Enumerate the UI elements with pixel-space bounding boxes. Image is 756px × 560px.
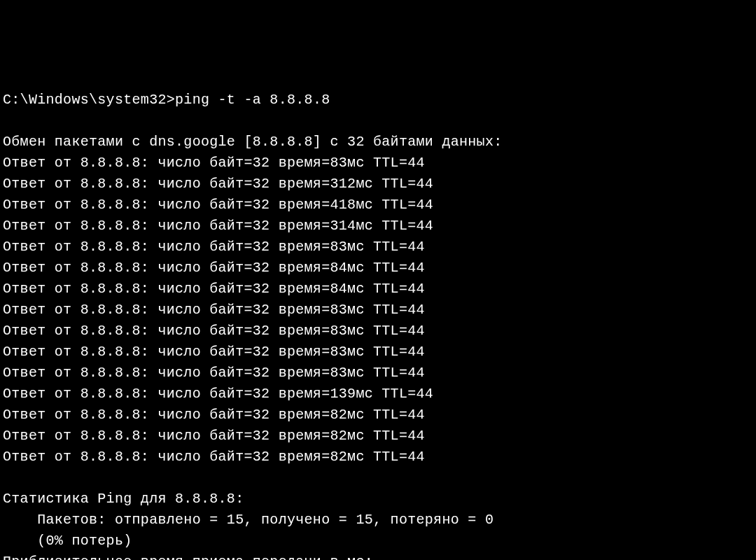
prompt-command: ping -t -a 8.8.8.8 <box>175 92 330 108</box>
rtt-header: Приблизительное время приема-передачи в … <box>3 552 753 560</box>
command-prompt-line: C:\Windows\system32>ping -t -a 8.8.8.8 <box>3 90 753 111</box>
stats-loss: (0% потерь) <box>3 531 753 552</box>
ping-reply: Ответ от 8.8.8.8: число байт=32 время=83… <box>3 321 753 342</box>
ping-reply: Ответ от 8.8.8.8: число байт=32 время=84… <box>3 258 753 279</box>
stats-packets: Пакетов: отправлено = 15, получено = 15,… <box>3 510 753 531</box>
ping-reply: Ответ от 8.8.8.8: число байт=32 время=82… <box>3 426 753 447</box>
ping-reply: Ответ от 8.8.8.8: число байт=32 время=83… <box>3 363 753 384</box>
ping-header: Обмен пакетами с dns.google [8.8.8.8] с … <box>3 132 753 153</box>
ping-reply: Ответ от 8.8.8.8: число байт=32 время=84… <box>3 279 753 300</box>
ping-reply: Ответ от 8.8.8.8: число байт=32 время=82… <box>3 405 753 426</box>
ping-reply: Ответ от 8.8.8.8: число байт=32 время=83… <box>3 237 753 258</box>
blank-line <box>3 468 753 489</box>
prompt-path: C:\Windows\system32> <box>3 92 175 108</box>
ping-reply: Ответ от 8.8.8.8: число байт=32 время=83… <box>3 342 753 363</box>
ping-reply: Ответ от 8.8.8.8: число байт=32 время=82… <box>3 447 753 468</box>
ping-reply: Ответ от 8.8.8.8: число байт=32 время=13… <box>3 384 753 405</box>
ping-reply: Ответ от 8.8.8.8: число байт=32 время=31… <box>3 174 753 195</box>
ping-reply: Ответ от 8.8.8.8: число байт=32 время=83… <box>3 300 753 321</box>
ping-reply: Ответ от 8.8.8.8: число байт=32 время=41… <box>3 195 753 216</box>
ping-reply: Ответ от 8.8.8.8: число байт=32 время=83… <box>3 153 753 174</box>
stats-header: Статистика Ping для 8.8.8.8: <box>3 489 753 510</box>
ping-reply: Ответ от 8.8.8.8: число байт=32 время=31… <box>3 216 753 237</box>
